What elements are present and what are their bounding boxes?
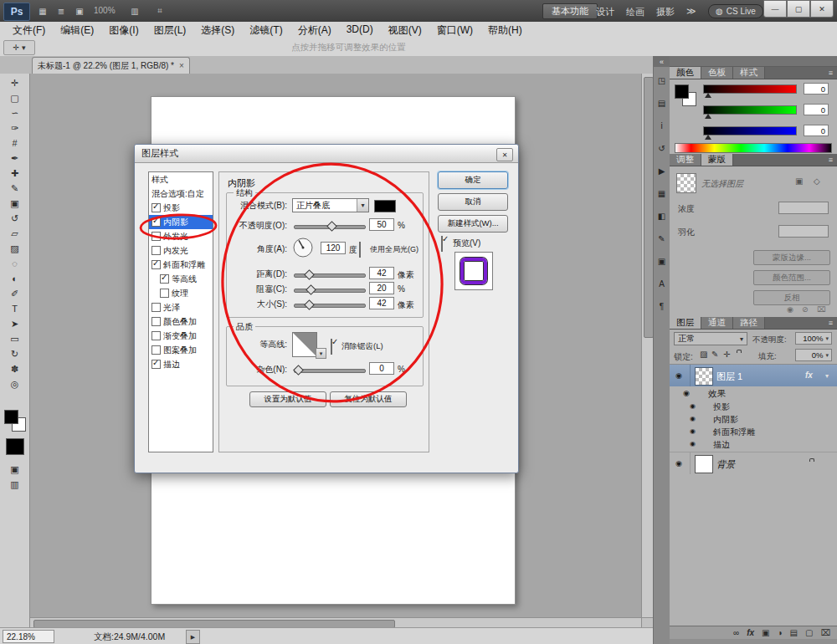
menu-image[interactable]: 图像(I): [101, 22, 146, 38]
menu-file[interactable]: 文件(F): [5, 22, 53, 38]
style-item-contour[interactable]: 等高线: [149, 272, 213, 286]
lasso-tool[interactable]: ∽: [1, 105, 29, 120]
dodge-tool[interactable]: ◐: [1, 271, 29, 286]
menu-analysis[interactable]: 分析(A): [290, 22, 339, 38]
crop-tool[interactable]: #: [1, 135, 29, 151]
stroke-checkbox[interactable]: [151, 360, 161, 369]
color-overlay-checkbox[interactable]: [151, 317, 161, 326]
inner-glow-checkbox[interactable]: [151, 246, 161, 255]
eyedropper-tool[interactable]: ✒: [1, 151, 29, 166]
dock-grip[interactable]: [670, 56, 837, 67]
make-default-button[interactable]: 设置为默认值: [249, 391, 326, 407]
size-slider-thumb[interactable]: [304, 299, 315, 310]
menu-edit[interactable]: 编辑(E): [53, 22, 101, 38]
background-thumbnail[interactable]: [695, 455, 713, 473]
angle-dial[interactable]: [292, 237, 314, 258]
lock-pixels-icon[interactable]: ✎: [711, 350, 718, 359]
choke-slider[interactable]: [294, 289, 366, 293]
layer-row-layer1[interactable]: ◉ 图层 1 fx ▾: [670, 365, 837, 386]
add-pixel-mask-icon[interactable]: ▣: [795, 176, 803, 186]
pattern-overlay-checkbox[interactable]: [151, 345, 161, 355]
status-options-arrow-icon[interactable]: ▶: [186, 630, 200, 644]
screen-mode-toggle-icon[interactable]: ▥: [1, 477, 29, 492]
foreground-color-swatch[interactable]: [675, 84, 689, 99]
layer1-fx-badge[interactable]: fx: [805, 371, 813, 380]
green-slider[interactable]: [703, 105, 797, 115]
new-adjustment-layer-icon[interactable]: ◑: [778, 628, 783, 637]
history-panel-icon[interactable]: ↺: [654, 140, 670, 157]
document-tab[interactable]: 未标题-1 @ 22.2% (图层 1, RGB/8) * ×: [32, 57, 190, 74]
actions-panel-icon[interactable]: ▶: [654, 162, 670, 180]
paragraph-panel-icon[interactable]: ¶: [654, 298, 670, 315]
workspace-painting-button[interactable]: 绘画: [626, 6, 644, 18]
effect-row-drop-shadow[interactable]: ◉ 投影: [670, 400, 837, 412]
mask-delete-icon[interactable]: ⌧: [817, 305, 825, 314]
menu-window[interactable]: 窗口(W): [429, 22, 480, 38]
move-tool[interactable]: ✛: [1, 75, 29, 90]
tab-color[interactable]: 颜色: [670, 67, 701, 79]
restore-button[interactable]: ▢: [787, 0, 810, 18]
tab-paths[interactable]: 路径: [733, 317, 765, 329]
background-name[interactable]: 背景: [716, 458, 735, 471]
styles-list-item-blending-options[interactable]: 混合选项:自定: [149, 187, 213, 201]
mini-bridge-icon[interactable]: ≣: [54, 4, 69, 18]
foreground-color-swatch[interactable]: [4, 410, 18, 424]
style-item-bevel-emboss[interactable]: 斜面和浮雕: [149, 258, 213, 272]
distance-slider-thumb[interactable]: [304, 269, 315, 280]
effects-visibility-eye-icon[interactable]: ◉: [683, 389, 690, 397]
blue-slider[interactable]: [703, 126, 797, 135]
blend-mode-dropdown[interactable]: 正常: [674, 332, 747, 345]
close-button[interactable]: ✕: [810, 0, 834, 18]
navigator-panel-icon[interactable]: ◳: [654, 72, 670, 89]
distance-value-field[interactable]: 42: [369, 267, 394, 279]
angle-value-field[interactable]: 120: [321, 242, 346, 254]
outer-glow-checkbox[interactable]: [151, 232, 161, 241]
new-style-button[interactable]: 新建样式(W)...: [438, 215, 508, 233]
add-layer-mask-icon[interactable]: ▣: [762, 628, 769, 637]
cs-live-button[interactable]: ◍ CS Live: [708, 4, 763, 18]
background-visibility-eye-icon[interactable]: ◉: [675, 459, 682, 468]
blur-tool[interactable]: ◌: [1, 256, 29, 271]
style-item-inner-glow[interactable]: 内发光: [149, 243, 213, 258]
feather-field[interactable]: [778, 225, 829, 238]
noise-slider[interactable]: [294, 369, 366, 373]
menu-help[interactable]: 帮助(H): [480, 22, 530, 38]
menu-filter[interactable]: 滤镜(T): [242, 22, 290, 38]
clone-source-panel-icon[interactable]: ▣: [654, 253, 670, 270]
inner-shadow-eye-icon[interactable]: ◉: [690, 415, 696, 422]
arrange-documents-icon[interactable]: ▥: [127, 4, 142, 18]
gradient-tool[interactable]: ▨: [1, 241, 29, 256]
bevel-emboss-checkbox[interactable]: [151, 260, 161, 269]
mask-disable-icon[interactable]: ⊘: [802, 305, 809, 314]
eraser-tool[interactable]: ▱: [1, 226, 29, 241]
status-zoom-field[interactable]: 22.18%: [3, 630, 54, 643]
stroke-eye-icon[interactable]: ◉: [690, 440, 696, 447]
opacity-slider-thumb[interactable]: [326, 221, 337, 232]
global-light-checkbox[interactable]: [359, 242, 361, 258]
layer1-fx-collapse-icon[interactable]: ▾: [825, 372, 829, 380]
link-layers-icon[interactable]: ∞: [733, 628, 739, 637]
blue-value-field[interactable]: 0: [804, 125, 829, 136]
add-vector-mask-icon[interactable]: ◇: [814, 176, 820, 186]
mask-edge-button[interactable]: 蒙版边缘...: [753, 250, 830, 265]
new-group-icon[interactable]: ▤: [790, 628, 798, 637]
brush-tool[interactable]: ✎: [1, 181, 29, 196]
brush-panel-icon[interactable]: ✎: [654, 230, 670, 248]
green-slider-thumb[interactable]: [705, 114, 711, 119]
invert-button[interactable]: 反相: [753, 290, 830, 305]
effect-row-inner-shadow[interactable]: ◉ 内阴影: [670, 412, 837, 425]
contour-checkbox[interactable]: [160, 274, 169, 284]
quick-mask-mode-icon[interactable]: ▣: [1, 462, 29, 477]
density-field[interactable]: [778, 202, 829, 214]
style-item-drop-shadow[interactable]: 投影: [149, 201, 213, 215]
lock-transparent-icon[interactable]: ▨: [700, 350, 707, 359]
zoom-level-dropdown[interactable]: 100%: [94, 6, 116, 15]
workspace-photography-button[interactable]: 摄影: [656, 6, 675, 18]
style-item-outer-glow[interactable]: 外发光: [149, 229, 213, 243]
tab-adjustments[interactable]: 调整: [670, 154, 701, 166]
style-item-inner-shadow[interactable]: 内阴影: [149, 215, 213, 229]
swatches-panel-icon[interactable]: ▦: [654, 185, 670, 202]
tab-layers[interactable]: 图层: [670, 317, 701, 329]
minimize-button[interactable]: —: [763, 0, 787, 18]
satin-checkbox[interactable]: [151, 303, 161, 312]
